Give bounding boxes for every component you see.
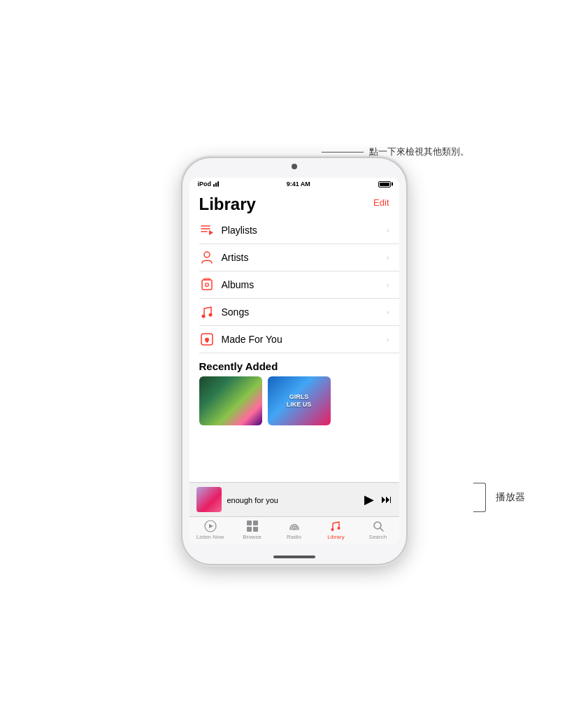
album-icon: [199, 277, 215, 292]
tab-search[interactable]: Search: [357, 520, 399, 540]
tab-radio[interactable]: Radio: [273, 520, 315, 540]
mini-player-art-inner: [196, 487, 222, 512]
menu-item-playlists[interactable]: Playlists ›: [199, 217, 399, 244]
svg-rect-15: [253, 521, 258, 525]
artist-icon: [199, 250, 215, 265]
library-title: Library: [199, 194, 256, 214]
menu-item-artists[interactable]: Artists ›: [199, 244, 399, 271]
tab-radio-label: Radio: [287, 534, 301, 540]
playlist-icon: [199, 222, 215, 238]
made-for-you-chevron: ›: [387, 335, 389, 344]
made-for-you-icon: [199, 332, 215, 347]
svg-point-8: [206, 284, 208, 285]
svg-point-19: [331, 528, 334, 531]
edit-callout-line: [322, 152, 364, 153]
svg-rect-16: [247, 527, 252, 532]
songs-chevron: ›: [387, 308, 389, 316]
library-header: Library Edit: [189, 189, 399, 217]
menu-list: Playlists › Artists ›: [189, 217, 399, 353]
svg-marker-3: [209, 230, 213, 235]
carrier-label: iPod: [198, 180, 212, 187]
search-icon: [372, 520, 385, 532]
play-button[interactable]: ▶: [364, 492, 374, 507]
menu-item-albums[interactable]: Albums ›: [199, 271, 399, 299]
menu-item-made-for-you[interactable]: Made For You ›: [199, 326, 399, 353]
content-area: Library Edit: [189, 189, 399, 482]
playlists-label: Playlists: [222, 225, 387, 236]
artists-label: Artists: [222, 252, 387, 263]
ipod-device: iPod 9:41 AM Library Edit: [182, 158, 406, 564]
battery-icon: [378, 181, 391, 187]
menu-item-songs[interactable]: Songs ›: [199, 299, 399, 326]
wifi-icon: [213, 181, 219, 187]
player-bracket: [473, 483, 486, 512]
mini-player-controls: ▶ ⏭: [364, 492, 392, 507]
player-callout: 播放器: [473, 483, 525, 512]
album-thumb-2[interactable]: GIRLSLIKE US: [268, 376, 331, 425]
tab-library-label: Library: [327, 534, 344, 540]
time-label: 9:41 AM: [287, 180, 310, 187]
library-icon: [330, 520, 343, 532]
tab-search-label: Search: [369, 534, 387, 540]
svg-rect-17: [253, 527, 258, 532]
album-thumb-1[interactable]: [199, 376, 262, 425]
listen-now-icon: [204, 520, 217, 532]
svg-point-18: [294, 529, 295, 530]
svg-rect-14: [247, 521, 252, 525]
album-row: GIRLSLIKE US: [189, 376, 399, 425]
tab-listen-now-label: Listen Now: [196, 534, 224, 540]
svg-marker-13: [209, 524, 213, 528]
browse-icon: [246, 520, 259, 532]
tab-browse[interactable]: Browse: [231, 520, 273, 540]
tab-listen-now[interactable]: Listen Now: [189, 520, 231, 540]
artists-chevron: ›: [387, 253, 389, 262]
playlists-chevron: ›: [387, 226, 389, 234]
home-indicator[interactable]: [273, 555, 315, 558]
albums-label: Albums: [222, 279, 387, 290]
tab-library[interactable]: Library: [315, 520, 357, 540]
fast-forward-button[interactable]: ⏭: [381, 493, 392, 506]
song-icon: [199, 304, 215, 320]
tab-browse-label: Browse: [243, 534, 261, 540]
radio-icon: [288, 520, 301, 532]
svg-point-9: [201, 315, 205, 318]
status-bar: iPod 9:41 AM: [189, 178, 399, 189]
status-left: iPod: [198, 180, 220, 187]
mini-player-art: [196, 487, 222, 512]
mini-player[interactable]: enough for you ▶ ⏭: [189, 482, 399, 516]
made-for-you-label: Made For You: [222, 334, 387, 345]
edit-button[interactable]: Edit: [373, 194, 389, 208]
recently-added-header: Recently Added: [189, 353, 399, 376]
svg-point-10: [208, 313, 212, 317]
camera-dot: [292, 164, 297, 169]
svg-rect-6: [204, 278, 210, 280]
albums-chevron: ›: [387, 281, 389, 289]
page-container: iPod 9:41 AM Library Edit: [0, 0, 588, 722]
songs-label: Songs: [222, 306, 387, 318]
edit-callout-text: 點一下來檢視其他類別。: [369, 146, 469, 158]
edit-callout: 點一下來檢視其他類別。: [322, 146, 469, 158]
svg-point-20: [337, 527, 340, 530]
mini-player-title: enough for you: [227, 496, 278, 504]
album-thumb-2-text: GIRLSLIKE US: [287, 393, 312, 409]
tab-bar: Listen Now Browse: [189, 516, 399, 544]
mini-player-info: enough for you: [227, 493, 359, 506]
player-callout-text: 播放器: [496, 491, 525, 504]
svg-line-22: [380, 528, 383, 531]
screen: iPod 9:41 AM Library Edit: [189, 178, 399, 544]
svg-point-4: [204, 252, 210, 257]
